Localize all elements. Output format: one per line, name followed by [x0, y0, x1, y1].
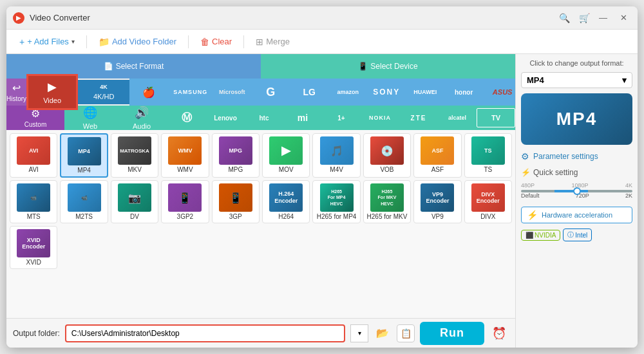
app-icon: ▶	[13, 12, 24, 24]
toolbar: + + Add Files ▾ 📁 Add Video Folder 🗑 Cle…	[6, 30, 638, 54]
run-button[interactable]: Run	[420, 322, 484, 345]
format-divx-thumb: DIVXEncoder	[471, 183, 505, 212]
output-folder-input[interactable]	[65, 324, 345, 342]
parameter-settings-button[interactable]: ⚙ Parameter settings	[521, 150, 632, 163]
format-grid-area: AVI AVI MP4 MP4 MATROSKA MKV WMV WMV	[6, 130, 515, 318]
brand-zte[interactable]: ZTE	[399, 108, 438, 127]
brand-microsoft[interactable]: Microsoft	[213, 82, 251, 102]
quality-default: Default	[521, 192, 540, 199]
format-h265-mkv[interactable]: H265For MKVHEVC H265 for MKV	[363, 180, 411, 223]
quality-480p: 480P	[521, 182, 535, 189]
left-panel: 📄 Select Format 📱 Select Device ↩ Histor…	[6, 54, 515, 348]
add-icon: +	[19, 37, 24, 47]
clear-button[interactable]: 🗑 Clear	[194, 34, 238, 50]
format-h265mkv-thumb: H265For MKVHEVC	[370, 183, 404, 212]
format-h265mkv-label: H265 for MKV	[367, 213, 408, 220]
brand-alcatel[interactable]: alcatel	[438, 108, 477, 127]
brand-lg[interactable]: LG	[290, 82, 328, 102]
format-h264-thumb: H.264Encoder	[269, 183, 303, 212]
search-icon[interactable]: 🔍	[559, 13, 570, 23]
format-mts[interactable]: 📹 MTS	[10, 180, 57, 223]
format-xvid-label: XVID	[26, 259, 41, 266]
format-h265-mp4[interactable]: H265For MP4HEVC H265 for MP4	[312, 180, 360, 223]
category-audio[interactable]: 🔊 Audio	[116, 102, 167, 134]
audio-cat-icon: 🔊	[135, 106, 149, 120]
format-h265mp4-label: H265 for MP4	[317, 213, 357, 220]
brand-oneplus[interactable]: 1+	[322, 108, 361, 127]
nvidia-badge[interactable]: ⬛ NVIDIA	[521, 230, 560, 241]
format-vp9[interactable]: VP9Encoder VP9	[413, 180, 461, 223]
format-3gp[interactable]: 📱 3GP	[212, 180, 260, 223]
brand-asus[interactable]: ASUS	[483, 82, 515, 102]
cart-icon[interactable]: 🛒	[579, 13, 590, 23]
format-mp4[interactable]: MP4 MP4	[60, 133, 108, 178]
minimize-button[interactable]: —	[595, 12, 611, 24]
brand-apple[interactable]: 🍎	[129, 82, 168, 102]
brand-amazon[interactable]: amazon	[328, 82, 367, 102]
brand-google[interactable]: G	[251, 82, 290, 102]
format-3gp-label: 3GP	[229, 213, 242, 220]
format-vp9-label: VP9	[431, 213, 444, 220]
format-ts[interactable]: TS TS	[464, 133, 512, 178]
brand-motorola[interactable]: Ⓜ	[167, 108, 206, 127]
brand-honor[interactable]: honor	[444, 82, 483, 102]
add-files-button[interactable]: + + Add Files ▾	[13, 34, 81, 50]
tab-select-device[interactable]: 📱 Select Device	[261, 54, 515, 79]
format-dv[interactable]: 📷 DV	[111, 180, 158, 223]
format-mpg[interactable]: MPG MPG	[212, 133, 260, 178]
brand-htc[interactable]: htc	[245, 108, 283, 127]
brand-sony[interactable]: SONY	[367, 82, 406, 102]
sidebar-item-history[interactable]: ↩ History	[6, 79, 26, 106]
nvidia-icon: ⬛	[526, 232, 533, 239]
format-m2ts[interactable]: 📹 M2TS	[60, 180, 108, 223]
category-video[interactable]: ▶ Video	[26, 74, 78, 110]
format-3gp2[interactable]: 📱 3GP2	[161, 180, 209, 223]
format-xvid[interactable]: XVIDEncoder XVID	[10, 226, 57, 269]
brand-lenovo[interactable]: Lenovo	[206, 108, 245, 127]
brand-samsung[interactable]: SAMSUNG	[168, 82, 213, 102]
format-3gp-thumb: 📱	[219, 183, 252, 212]
format-vob-label: VOB	[380, 166, 393, 173]
alarm-button[interactable]: ⏰	[489, 324, 509, 343]
copy-path-button[interactable]: 📋	[397, 324, 415, 342]
slider-handle[interactable]	[573, 187, 581, 195]
dropdown-chevron-icon: ▾	[622, 75, 627, 85]
brand-nokia[interactable]: NOKIA	[361, 108, 399, 127]
format-ts-thumb: TS	[471, 136, 505, 165]
format-mkv[interactable]: MATROSKA MKV	[111, 133, 158, 178]
quality-slider[interactable]	[521, 190, 632, 192]
format-m2ts-label: M2TS	[75, 213, 93, 220]
quality-slider-container: 480P 1080P 4K Default 720P 2K	[521, 182, 632, 201]
format-h264[interactable]: H.264Encoder H264	[262, 180, 310, 223]
format-avi-thumb: AVI	[17, 136, 50, 165]
divider2	[188, 35, 189, 48]
format-mov-thumb: ▶	[269, 136, 303, 165]
browse-folder-button[interactable]: 📂	[374, 324, 392, 342]
category-4k[interactable]: 4K 4K/HD	[78, 80, 129, 104]
format-dv-thumb: 📷	[118, 183, 151, 212]
brand-mi[interactable]: mi	[283, 108, 322, 127]
intel-badge[interactable]: ⓘ Intel	[563, 228, 592, 241]
format-asf[interactable]: ASF ASF	[413, 133, 461, 178]
merge-button[interactable]: ⊞ Merge	[249, 34, 296, 50]
output-dropdown-btn[interactable]: ▾	[350, 324, 368, 342]
format-select-dropdown[interactable]: MP4 ▾	[521, 72, 632, 88]
brand-huawei[interactable]: HUAWEI	[406, 82, 444, 102]
format-m4v[interactable]: 🎵 M4V	[312, 133, 360, 178]
format-mov[interactable]: ▶ MOV	[262, 133, 310, 178]
format-vob[interactable]: 💿 VOB	[363, 133, 411, 178]
brand-tv[interactable]: TV	[477, 108, 515, 127]
format-vp9-thumb: VP9Encoder	[421, 183, 454, 212]
web-cat-icon: 🌐	[83, 106, 97, 120]
format-m4v-thumb: 🎵	[320, 136, 354, 165]
format-avi[interactable]: AVI AVI	[10, 133, 57, 178]
format-divx[interactable]: DIVXEncoder DIVX	[464, 180, 512, 223]
hardware-acceleration-button[interactable]: ⚡ Hardware acceleration	[521, 207, 632, 223]
add-folder-button[interactable]: 📁 Add Video Folder	[92, 34, 183, 50]
format-device-tabs: 📄 Select Format 📱 Select Device	[6, 54, 515, 79]
dropdown-arrow-icon: ▾	[71, 38, 75, 45]
intel-icon: ⓘ	[567, 230, 574, 239]
format-wmv[interactable]: WMV WMV	[161, 133, 209, 178]
close-button[interactable]: ✕	[616, 12, 631, 24]
trash-icon: 🗑	[200, 37, 209, 47]
